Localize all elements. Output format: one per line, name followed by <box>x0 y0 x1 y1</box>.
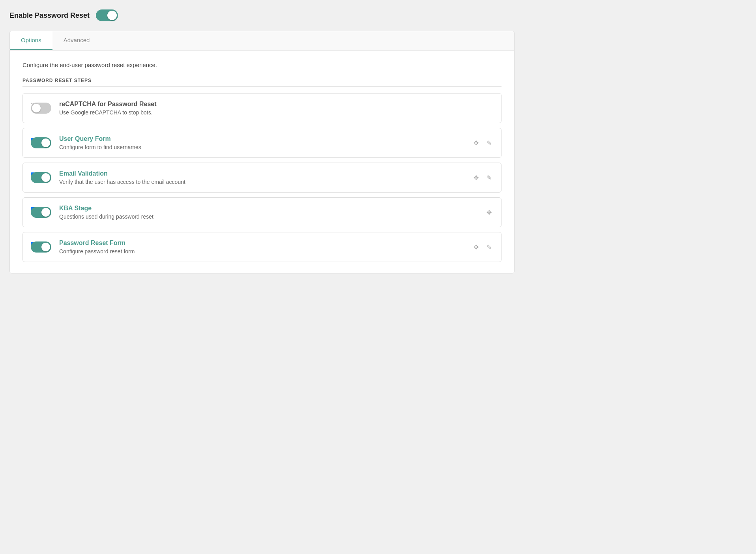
drag-icon-email-validation[interactable] <box>472 172 480 183</box>
step-info-recaptcha: reCAPTCHA for Password Reset Use Google … <box>59 101 157 116</box>
drag-icon-password-reset-form[interactable] <box>472 242 480 252</box>
enable-password-reset-row: Enable Password Reset <box>9 9 515 21</box>
step-toggle-password-reset-form[interactable] <box>31 241 51 253</box>
step-actions <box>472 172 493 183</box>
toggle-track <box>31 172 51 183</box>
step-card-kba-stage: KBA Stage Questions used during password… <box>22 197 502 227</box>
toggle-thumb <box>41 208 50 217</box>
steps-list: reCAPTCHA for Password Reset Use Google … <box>22 93 502 262</box>
step-left: reCAPTCHA for Password Reset Use Google … <box>31 101 157 116</box>
toggle-track <box>31 103 51 114</box>
edit-icon-password-reset-form[interactable] <box>485 242 493 252</box>
step-toggle-email-validation[interactable] <box>31 172 51 183</box>
step-left: Password Reset Form Configure password r… <box>31 240 135 255</box>
step-toggle-recaptcha[interactable] <box>31 103 51 114</box>
tab-advanced[interactable]: Advanced <box>52 31 101 50</box>
step-card-password-reset-form: Password Reset Form Configure password r… <box>22 232 502 262</box>
step-left: Email Validation Verify that the user ha… <box>31 170 185 185</box>
step-toggle-kba-stage[interactable] <box>31 207 51 218</box>
enable-password-reset-label: Enable Password Reset <box>9 11 90 20</box>
step-card-email-validation: Email Validation Verify that the user ha… <box>22 163 502 193</box>
step-desc-recaptcha: Use Google reCAPTCHA to stop bots. <box>59 109 157 116</box>
step-actions <box>472 242 493 252</box>
step-title-kba-stage: KBA Stage <box>59 205 153 212</box>
toggle-thumb <box>41 243 50 251</box>
step-title-recaptcha: reCAPTCHA for Password Reset <box>59 101 157 108</box>
step-left: User Query Form Configure form to find u… <box>31 135 141 150</box>
page-container: Enable Password Reset Options Advanced C… <box>9 9 515 273</box>
edit-icon-email-validation[interactable] <box>485 172 493 183</box>
step-title-password-reset-form: Password Reset Form <box>59 240 135 247</box>
section-label: PASSWORD RESET STEPS <box>22 78 502 87</box>
step-title-email-validation: Email Validation <box>59 170 185 177</box>
step-title-user-query: User Query Form <box>59 135 141 142</box>
edit-icon-user-query[interactable] <box>485 138 493 148</box>
step-info-email-validation: Email Validation Verify that the user ha… <box>59 170 185 185</box>
toggle-track <box>31 137 51 148</box>
tabs-header: Options Advanced <box>10 31 514 51</box>
tabs-wrapper: Options Advanced Configure the end-user … <box>9 31 515 273</box>
step-desc-user-query: Configure form to find usernames <box>59 144 141 150</box>
toggle-track <box>96 9 118 21</box>
tab-content-options: Configure the end-user password reset ex… <box>10 51 514 273</box>
drag-icon-kba-stage[interactable] <box>485 207 493 217</box>
drag-icon-user-query[interactable] <box>472 138 480 148</box>
toggle-track <box>31 241 51 253</box>
toggle-track <box>31 207 51 218</box>
step-toggle-user-query[interactable] <box>31 137 51 148</box>
toggle-thumb <box>107 11 117 20</box>
toggle-thumb <box>41 138 50 147</box>
tab-description: Configure the end-user password reset ex… <box>22 62 502 68</box>
step-actions <box>485 207 493 217</box>
step-info-user-query: User Query Form Configure form to find u… <box>59 135 141 150</box>
step-card-user-query: User Query Form Configure form to find u… <box>22 128 502 158</box>
step-left: KBA Stage Questions used during password… <box>31 205 153 220</box>
toggle-thumb <box>41 173 50 182</box>
step-card-recaptcha: reCAPTCHA for Password Reset Use Google … <box>22 93 502 123</box>
step-desc-password-reset-form: Configure password reset form <box>59 248 135 255</box>
step-actions <box>472 138 493 148</box>
tab-options[interactable]: Options <box>10 31 52 50</box>
toggle-thumb <box>32 104 41 112</box>
step-info-password-reset-form: Password Reset Form Configure password r… <box>59 240 135 255</box>
step-info-kba-stage: KBA Stage Questions used during password… <box>59 205 153 220</box>
step-desc-email-validation: Verify that the user has access to the e… <box>59 179 185 185</box>
step-desc-kba-stage: Questions used during password reset <box>59 213 153 220</box>
enable-password-reset-toggle[interactable] <box>96 9 118 21</box>
